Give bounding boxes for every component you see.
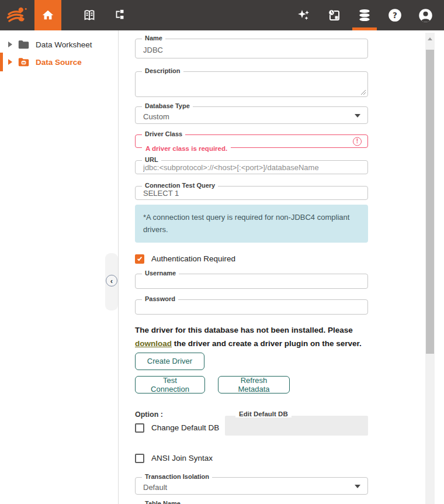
sidebar-item-data-source[interactable]: Data Source	[0, 53, 118, 71]
brand-logo-icon	[4, 0, 32, 30]
main-content: Name Description Database Type Custom Dr…	[119, 30, 425, 504]
error-icon: !	[353, 137, 362, 146]
collapse-sidebar-button[interactable]: ‹	[106, 275, 117, 286]
refresh-metadata-button[interactable]: Refresh Metadata	[218, 376, 290, 393]
driver-class-field[interactable]: Driver Class ! A driver class is require…	[135, 134, 368, 148]
edit-default-db-input	[225, 416, 368, 436]
change-default-db-label: Change Default DB	[151, 423, 219, 432]
vertical-scrollbar[interactable]	[425, 33, 435, 504]
url-field[interactable]: URL	[135, 160, 368, 174]
help-button[interactable]: ?	[380, 0, 410, 30]
hierarchy-icon	[113, 9, 126, 22]
database-type-label: Database Type	[142, 102, 193, 109]
datasource-form: Name Description Database Type Custom Dr…	[135, 39, 368, 504]
driver-message-text: The driver for this database has not bee…	[135, 326, 353, 334]
database-icon	[357, 8, 372, 23]
name-label: Name	[142, 34, 165, 42]
table-name-label: Table Name	[142, 500, 183, 504]
authentication-required-checkbox[interactable]	[135, 254, 144, 264]
check-icon	[137, 256, 142, 261]
chevron-down-icon	[355, 485, 360, 488]
driver-class-error-message: A driver class is required.	[142, 145, 231, 152]
description-field[interactable]: Description	[135, 71, 368, 97]
database-type-select[interactable]: Database Type Custom	[135, 106, 368, 124]
scheduler-icon	[327, 8, 341, 22]
edit-default-db-label: Edit Default DB	[235, 410, 292, 417]
scroll-up-button[interactable]	[425, 35, 435, 42]
arrow-up-icon	[428, 37, 432, 40]
scrollbar-thumb[interactable]	[426, 50, 434, 354]
url-input[interactable]	[136, 161, 367, 174]
username-label: Username	[142, 270, 179, 277]
transaction-isolation-select[interactable]: Transaction Isolation Default	[135, 477, 368, 495]
password-field[interactable]: Password	[135, 299, 368, 315]
chevron-left-icon: ‹	[110, 277, 113, 285]
options-section: Option : Change Default DB Edit Default …	[135, 410, 368, 441]
description-label: Description	[142, 67, 183, 74]
connection-test-query-field[interactable]: Connection Test Query	[135, 186, 368, 200]
chevron-down-icon	[355, 114, 360, 118]
transaction-isolation-label: Transaction Isolation	[142, 473, 212, 480]
home-icon	[41, 9, 54, 22]
ansi-join-syntax-label: ANSI Join Syntax	[151, 454, 213, 462]
expand-caret-icon[interactable]	[8, 59, 12, 65]
scheduler-button[interactable]	[319, 0, 349, 30]
data-button[interactable]	[349, 0, 380, 30]
sparkles-icon	[297, 8, 311, 22]
driver-not-installed-message: The driver for this database has not bee…	[135, 324, 368, 351]
folder-icon	[18, 40, 30, 49]
driver-class-label: Driver Class	[142, 130, 185, 137]
ai-assistant-button[interactable]	[289, 0, 319, 30]
app-window: ? Data Worksheet	[0, 0, 444, 504]
avatar-icon	[418, 8, 433, 23]
authentication-required-checkbox-row[interactable]: Authentication Required	[135, 254, 368, 264]
driver-message-text: the driver and create a driver plugin on…	[172, 339, 362, 348]
sidebar-item-data-worksheet[interactable]: Data Worksheet	[0, 36, 118, 53]
sidebar-item-label: Data Worksheet	[36, 40, 92, 49]
catalog-button[interactable]	[74, 0, 105, 30]
description-input[interactable]	[136, 72, 367, 96]
test-connection-button[interactable]: Test Connection	[135, 376, 205, 393]
url-label: URL	[142, 156, 161, 163]
help-icon: ?	[387, 8, 403, 23]
name-input[interactable]	[136, 39, 367, 58]
schema-tree-button[interactable]	[105, 0, 135, 30]
expand-caret-icon[interactable]	[8, 42, 12, 47]
account-button[interactable]	[410, 0, 440, 30]
authentication-required-label: Authentication Required	[151, 254, 235, 263]
data-source-folder-icon	[18, 57, 30, 67]
book-icon	[82, 8, 96, 22]
svg-text:?: ?	[393, 11, 397, 20]
top-navbar: ?	[0, 0, 444, 30]
sidebar-item-label: Data Source	[36, 58, 82, 67]
info-note: *A connection test query is required for…	[135, 205, 368, 243]
sidebar: Data Worksheet Data Source	[0, 30, 119, 504]
ansi-join-syntax-checkbox[interactable]	[135, 454, 144, 463]
home-button[interactable]	[34, 0, 61, 30]
connection-test-query-label: Connection Test Query	[142, 182, 218, 189]
download-link[interactable]: download	[135, 339, 172, 348]
username-field[interactable]: Username	[135, 274, 368, 289]
create-driver-button[interactable]: Create Driver	[135, 353, 204, 370]
password-label: Password	[142, 295, 178, 302]
selected-indicator-bar	[0, 53, 3, 71]
ansi-join-syntax-checkbox-row[interactable]: ANSI Join Syntax	[135, 454, 368, 463]
change-default-db-checkbox[interactable]	[135, 423, 144, 433]
edit-default-db-field: Edit Default DB	[225, 416, 368, 436]
name-field[interactable]: Name	[135, 39, 368, 58]
